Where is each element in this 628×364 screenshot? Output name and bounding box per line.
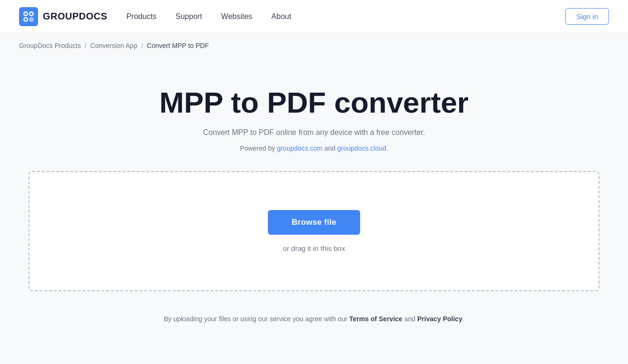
svg-point-4 bbox=[29, 17, 34, 22]
powered-prefix: Powered by bbox=[240, 144, 277, 152]
logo-text: GROUPDOCS bbox=[43, 11, 108, 22]
nav-item-products[interactable]: Products bbox=[127, 12, 157, 20]
privacy-policy-link[interactable]: Privacy Policy bbox=[417, 315, 462, 323]
powered-middle: and bbox=[323, 144, 337, 152]
svg-point-6 bbox=[30, 12, 33, 15]
footer-middle: and bbox=[402, 315, 417, 323]
breadcrumb-separator-1: / bbox=[85, 42, 87, 49]
footer-prefix: By uploading your files or using our ser… bbox=[164, 315, 349, 323]
browse-file-button[interactable]: Browse file bbox=[268, 210, 360, 235]
page-title: MPP to PDF converter bbox=[159, 86, 469, 119]
sign-in-button[interactable]: Sign in bbox=[565, 8, 609, 25]
nav-links: Products Support Websites About bbox=[127, 12, 292, 21]
drag-drop-text: or drag it in this box bbox=[283, 244, 345, 252]
footer-note: By uploading your files or using our ser… bbox=[164, 315, 464, 323]
nav-item-support[interactable]: Support bbox=[176, 12, 202, 20]
svg-point-5 bbox=[25, 12, 27, 15]
logo-link[interactable]: GROUPDOCS bbox=[19, 7, 108, 26]
svg-rect-0 bbox=[19, 7, 38, 26]
svg-point-7 bbox=[25, 18, 27, 20]
page-subtitle: Convert MPP to PDF online from any devic… bbox=[203, 128, 425, 137]
breadcrumb-item-groupdocs[interactable]: GroupDocs Products bbox=[19, 42, 81, 49]
navbar: GROUPDOCS Products Support Websites Abou… bbox=[0, 0, 628, 33]
breadcrumb: GroupDocs Products / Conversion App / Co… bbox=[0, 33, 628, 58]
nav-item-about[interactable]: About bbox=[271, 12, 291, 20]
groupdocs-cloud-link[interactable]: groupdocs.cloud bbox=[337, 144, 386, 152]
navbar-left: GROUPDOCS Products Support Websites Abou… bbox=[19, 7, 291, 26]
nav-item-websites[interactable]: Websites bbox=[221, 12, 253, 20]
powered-by: Powered by groupdocs.com and groupdocs.c… bbox=[240, 144, 388, 152]
footer-suffix: . bbox=[462, 315, 464, 323]
breadcrumb-separator-2: / bbox=[141, 42, 143, 49]
breadcrumb-item-conversion[interactable]: Conversion App bbox=[90, 42, 137, 49]
groupdocs-com-link[interactable]: groupdocs.com bbox=[277, 144, 323, 152]
logo-icon bbox=[19, 7, 38, 26]
upload-box[interactable]: Browse file or drag it in this box bbox=[29, 171, 599, 291]
main-content: MPP to PDF converter Convert MPP to PDF … bbox=[0, 58, 628, 342]
breadcrumb-item-current: Convert MPP to PDF bbox=[147, 42, 209, 49]
powered-suffix: . bbox=[386, 144, 388, 152]
terms-of-service-link[interactable]: Terms of Service bbox=[349, 315, 402, 323]
